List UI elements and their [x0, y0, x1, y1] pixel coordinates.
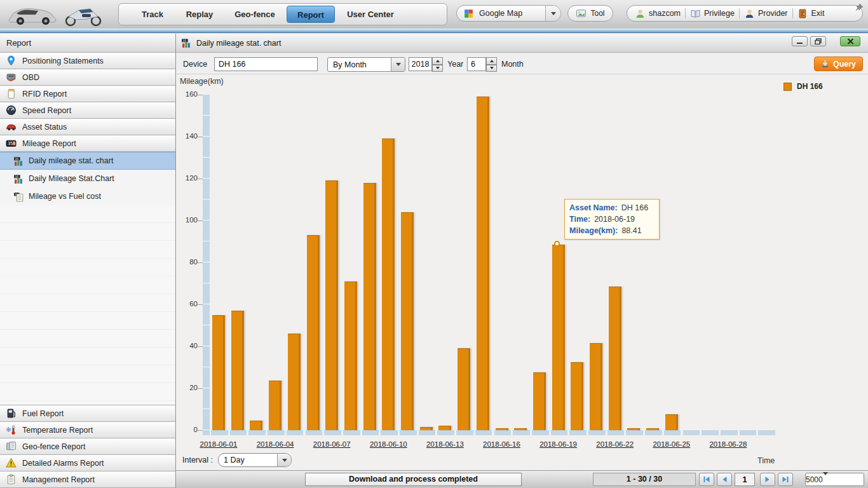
- restore-button[interactable]: [810, 36, 826, 46]
- x-tick-label[interactable]: 2018-06-25: [645, 440, 698, 448]
- x-tick-label[interactable]: 2018-06-19: [532, 440, 585, 448]
- sidebar-item-temperature-report[interactable]: ❄ Temperature Report: [0, 421, 175, 438]
- x-axis-segment: [287, 430, 304, 435]
- mileage-bar-2018-06-11[interactable]: [401, 212, 414, 430]
- x-tick-label[interactable]: 2018-06-10: [362, 440, 415, 448]
- spinner-down-icon: [490, 67, 494, 69]
- pushpin-icon[interactable]: [854, 3, 864, 13]
- mileage-bar-2018-06-18[interactable]: [533, 372, 546, 430]
- page-input[interactable]: [735, 473, 755, 486]
- app-window: Track Replay Geo-fence Report User Cente…: [0, 0, 868, 488]
- mileage-bar-2018-06-05[interactable]: [288, 334, 301, 430]
- mileage-bar-2018-06-21[interactable]: [590, 343, 602, 430]
- map-type-select[interactable]: Google Map: [456, 5, 561, 22]
- month-spin-up[interactable]: [486, 57, 497, 65]
- x-tick-label[interactable]: 2018-06-22: [588, 440, 642, 448]
- page-size-arrow[interactable]: [823, 475, 828, 484]
- x-tick-label[interactable]: 2018-06-28: [702, 440, 755, 448]
- close-button[interactable]: [840, 36, 860, 46]
- mileage-bar-2018-06-06[interactable]: [307, 235, 320, 430]
- provider-button[interactable]: Provider: [744, 8, 788, 19]
- sidebar-item-speed-report[interactable]: Speed Report: [0, 102, 175, 119]
- x-axis-segment: [306, 430, 323, 435]
- sidebar-item-fuel-report[interactable]: Fuel Report: [0, 405, 175, 422]
- month-input[interactable]: [467, 57, 486, 71]
- mileage-bar-2018-06-25[interactable]: [665, 414, 678, 430]
- page-size-select[interactable]: 5000: [805, 473, 864, 486]
- sidebar-item-rfid-report[interactable]: RFID Report: [0, 85, 175, 102]
- status-message[interactable]: Download and process completed: [305, 473, 522, 486]
- sidebar-item-management-report[interactable]: Management Report: [0, 471, 175, 488]
- year-input[interactable]: [409, 57, 432, 71]
- exit-button[interactable]: Exit: [797, 8, 825, 19]
- sidebar-item-positioning-statements[interactable]: Positioning Statements: [0, 52, 175, 69]
- x-tick-label[interactable]: 2018-06-16: [475, 440, 529, 448]
- month-spinner[interactable]: [486, 57, 497, 72]
- mileage-bar-2018-06-15[interactable]: [477, 97, 489, 430]
- tab-track[interactable]: Track: [130, 6, 175, 23]
- sidebar-item-asset-status[interactable]: Asset Status: [0, 118, 175, 135]
- accent-strip: [0, 29, 868, 33]
- mileage-bar-2018-06-16[interactable]: [496, 428, 508, 430]
- period-mode-select[interactable]: By Month: [327, 57, 405, 72]
- user-button[interactable]: shazcom: [635, 8, 681, 19]
- year-spin-down[interactable]: [432, 65, 443, 72]
- tab-report[interactable]: Report: [287, 6, 335, 23]
- sidebar-item-label: Geo-fence Report: [22, 442, 85, 451]
- sidebar-item-mileage-report[interactable]: 35 8 Mileage Report: [0, 135, 175, 152]
- year-spinner[interactable]: [432, 57, 443, 72]
- tab-geo-fence[interactable]: Geo-fence: [228, 6, 281, 23]
- user-label: shazcom: [649, 9, 681, 18]
- interval-select[interactable]: 1 Day: [218, 453, 292, 467]
- x-tick-label[interactable]: 2018-06-01: [192, 440, 245, 448]
- map-type-dropdown-arrow[interactable]: [545, 6, 560, 21]
- mileage-bar-2018-06-24[interactable]: [646, 428, 659, 430]
- mileage-bar-2018-06-12[interactable]: [420, 427, 433, 430]
- period-mode-arrow[interactable]: [391, 58, 405, 71]
- mileage-chart-icon: 35: [13, 156, 24, 166]
- mileage-bar-2018-06-04[interactable]: [269, 381, 281, 430]
- mileage-bar-2018-06-03[interactable]: [250, 421, 262, 430]
- mileage-bar-2018-06-01[interactable]: [212, 315, 225, 431]
- minimize-button[interactable]: [792, 36, 808, 46]
- year-spin-up[interactable]: [432, 57, 443, 65]
- last-page-button[interactable]: [778, 473, 793, 486]
- prev-page-button[interactable]: [717, 473, 732, 486]
- x-tick-label[interactable]: 2018-06-04: [248, 440, 302, 448]
- mileage-bar-2018-06-09[interactable]: [363, 183, 376, 430]
- next-page-button[interactable]: [760, 473, 775, 486]
- mileage-bar-2018-06-20[interactable]: [571, 362, 583, 430]
- x-tick-label[interactable]: 2018-06-13: [418, 440, 471, 448]
- tool-button[interactable]: Tool: [567, 5, 613, 22]
- privilege-button[interactable]: Privilege: [690, 8, 735, 19]
- mileage-bar-2018-06-14[interactable]: [458, 348, 470, 430]
- x-axis-segment: [494, 430, 512, 435]
- mileage-bar-2018-06-23[interactable]: [627, 428, 640, 430]
- sidebar-item-label: Speed Report: [22, 106, 71, 115]
- month-spin-down[interactable]: [486, 65, 497, 72]
- mileage-bar-2018-06-22[interactable]: [609, 287, 621, 430]
- tab-user-center[interactable]: User Center: [341, 6, 400, 23]
- first-page-button[interactable]: [699, 473, 714, 486]
- sidebar-subitem-daily-mileage-stat-chart-2[interactable]: 35 Daily Mileage Stat.Chart: [0, 170, 175, 187]
- chevron-down-icon: [551, 12, 556, 15]
- mileage-bar-2018-06-10[interactable]: [382, 139, 395, 430]
- location-pin-icon: [6, 55, 17, 66]
- mileage-bar-2018-06-07[interactable]: [325, 180, 338, 430]
- interval-arrow[interactable]: [277, 454, 291, 466]
- obd-connector-icon: [6, 72, 17, 83]
- sidebar-item-geo-fence-report[interactable]: Geo-fence Report: [0, 438, 175, 455]
- device-input[interactable]: [214, 57, 318, 71]
- mileage-bar-2018-06-19[interactable]: [552, 245, 565, 430]
- mileage-bar-2018-06-02[interactable]: [231, 311, 244, 430]
- mileage-bar-2018-06-08[interactable]: [344, 281, 357, 430]
- mileage-bar-2018-06-17[interactable]: [514, 428, 527, 430]
- sidebar-item-detailed-alarms-report[interactable]: Detailed Alarms Report: [0, 454, 175, 471]
- sidebar-subitem-mileage-vs-fuel-cost[interactable]: 3 Mileage vs Fuel cost: [0, 187, 175, 205]
- query-button[interactable]: Query: [814, 57, 863, 71]
- sidebar-subitem-daily-mileage-stat-chart[interactable]: 35 Daily mileage stat. chart: [0, 152, 175, 170]
- x-tick-label[interactable]: 2018-06-07: [305, 440, 358, 448]
- mileage-bar-2018-06-13[interactable]: [438, 426, 451, 430]
- sidebar-item-obd[interactable]: OBD: [0, 69, 175, 86]
- tab-replay[interactable]: Replay: [177, 6, 222, 23]
